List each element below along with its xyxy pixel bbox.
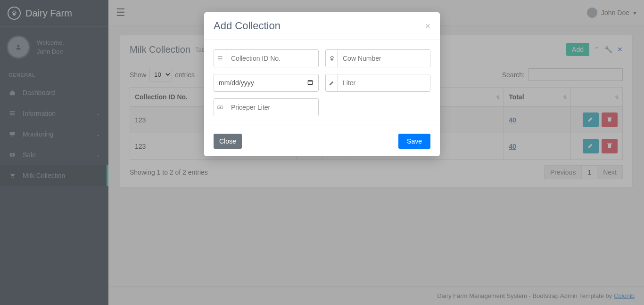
- add-collection-modal: Add Collection × mm/dd/yyyy: [204, 12, 440, 156]
- cow-number-input[interactable]: [338, 50, 430, 67]
- close-icon[interactable]: ×: [425, 21, 430, 32]
- collection-id-field: [214, 49, 319, 67]
- pencil-icon: [326, 74, 338, 91]
- date-placeholder: mm/dd/yyyy: [219, 79, 254, 87]
- svg-rect-17: [218, 60, 222, 60]
- svg-point-18: [330, 57, 330, 58]
- svg-rect-15: [218, 56, 222, 57]
- svg-rect-24: [308, 80, 312, 81]
- close-button[interactable]: Close: [214, 134, 242, 149]
- collection-id-input[interactable]: [226, 50, 318, 67]
- price-input[interactable]: [226, 99, 318, 116]
- svg-point-20: [330, 56, 331, 57]
- svg-point-19: [332, 57, 333, 58]
- calendar-icon: [307, 79, 314, 87]
- price-field: [214, 98, 319, 116]
- paw-icon: [326, 50, 338, 67]
- liter-input[interactable]: [338, 74, 430, 91]
- svg-point-26: [219, 107, 221, 108]
- save-button[interactable]: Save: [398, 134, 430, 149]
- svg-point-21: [332, 56, 333, 57]
- svg-point-22: [330, 58, 333, 61]
- money-icon: [214, 99, 226, 116]
- modal-title: Add Collection: [214, 20, 281, 32]
- svg-rect-16: [218, 58, 222, 58]
- date-field[interactable]: mm/dd/yyyy: [214, 74, 319, 92]
- modal-overlay[interactable]: Add Collection × mm/dd/yyyy: [0, 0, 644, 305]
- list-icon: [214, 50, 226, 67]
- liter-field: [325, 74, 430, 92]
- cow-number-field: [325, 49, 430, 67]
